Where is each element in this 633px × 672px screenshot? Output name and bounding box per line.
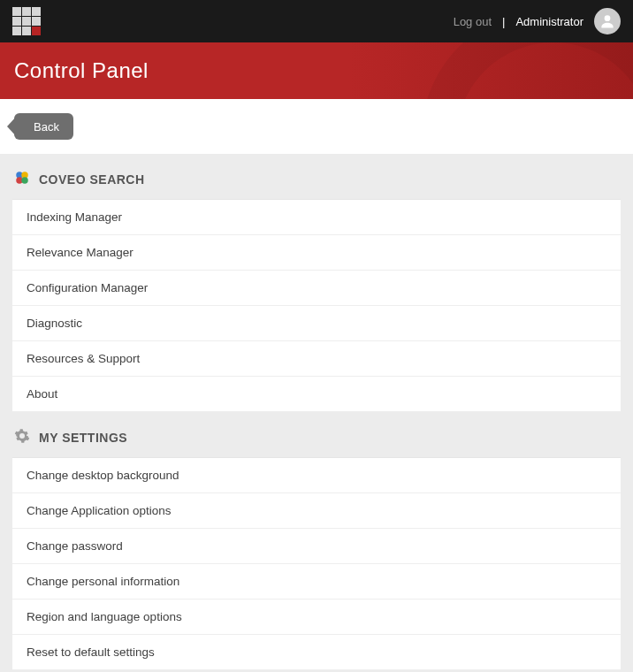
list-item[interactable]: Configuration Manager (12, 271, 621, 306)
list-item[interactable]: Region and language options (12, 599, 621, 635)
app-logo[interactable] (12, 7, 41, 35)
topbar: Log out | Administrator (0, 0, 633, 42)
section-title: COVEO SEARCH (39, 172, 145, 187)
avatar-icon[interactable] (594, 8, 621, 34)
coveo-icon (14, 170, 30, 188)
coveo-list: Indexing Manager Relevance Manager Confi… (12, 199, 621, 412)
page-title: Control Panel (14, 58, 149, 83)
gear-icon (14, 428, 30, 447)
list-item[interactable]: Reset to default settings (12, 635, 621, 670)
back-button[interactable]: Back (14, 113, 73, 140)
settings-list: Change desktop background Change Applica… (12, 457, 621, 670)
current-user: Administrator (515, 15, 583, 28)
list-item[interactable]: Relevance Manager (12, 235, 621, 271)
list-item[interactable]: Change desktop background (12, 458, 621, 493)
divider: | (502, 15, 505, 28)
section-header-settings: MY SETTINGS (12, 412, 621, 457)
page-header: Control Panel (0, 42, 633, 99)
list-item[interactable]: Change password (12, 529, 621, 564)
section-title: MY SETTINGS (39, 431, 127, 445)
list-item[interactable]: Change Application options (12, 493, 621, 529)
list-item[interactable]: Change personal information (12, 564, 621, 599)
section-header-coveo: COVEO SEARCH (12, 154, 621, 199)
back-bar: Back (0, 99, 633, 154)
panel: COVEO SEARCH Indexing Manager Relevance … (0, 154, 633, 672)
svg-point-4 (21, 177, 28, 184)
list-item[interactable]: Diagnostic (12, 306, 621, 341)
list-item[interactable]: Indexing Manager (12, 200, 621, 235)
list-item[interactable]: Resources & Support (12, 341, 621, 377)
topbar-right: Log out | Administrator (454, 8, 621, 34)
list-item[interactable]: About (12, 377, 621, 412)
svg-point-0 (605, 15, 611, 21)
logout-link[interactable]: Log out (454, 15, 492, 28)
